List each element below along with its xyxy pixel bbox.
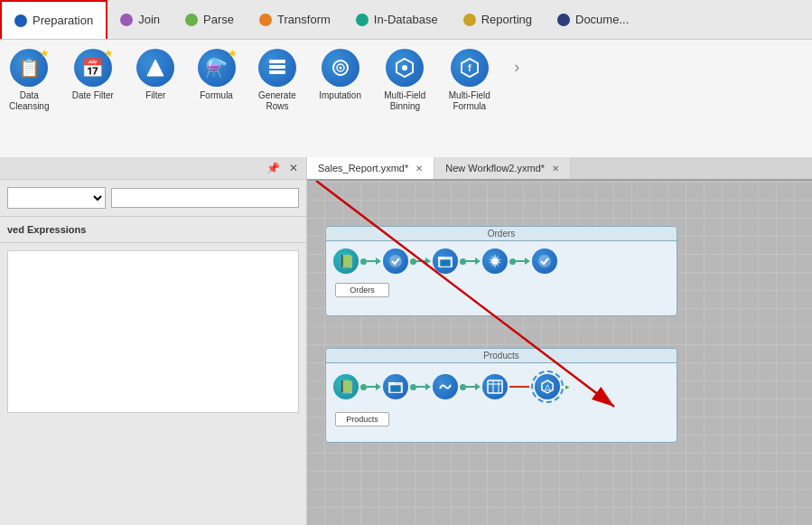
left-panel-controls bbox=[0, 180, 306, 217]
svg-rect-14 bbox=[440, 259, 451, 267]
tab-reporting-label: Reporting bbox=[481, 13, 532, 26]
tool-formula[interactable]: ⚗️ ★ Formula bbox=[192, 45, 241, 105]
multi-field-binning-icon bbox=[386, 49, 424, 87]
transform-dot bbox=[259, 14, 272, 26]
products-formula-node-wrapper: △ bbox=[531, 370, 564, 403]
left-panel: 📌 ✕ ved Expressions bbox=[0, 157, 307, 525]
tool-multi-field-formula[interactable]: f Multi-FieldFormula bbox=[443, 45, 496, 116]
tool-imputation[interactable]: Imputation bbox=[313, 45, 367, 105]
products-formula-node[interactable]: △ bbox=[535, 374, 560, 399]
doc-tab-sales-report[interactable]: Sales_Report.yxmd* ✕ bbox=[307, 157, 434, 179]
date-filter-icon: 📅 ★ bbox=[74, 49, 112, 87]
products-output-indicator: ▸ bbox=[565, 382, 570, 391]
connector-1 bbox=[360, 258, 381, 265]
svg-text:f: f bbox=[468, 63, 471, 73]
connector-2 bbox=[410, 258, 431, 265]
pin-button[interactable]: 📌 bbox=[264, 161, 283, 175]
svg-rect-3 bbox=[269, 70, 285, 74]
products-workflow-body: 📗 bbox=[326, 363, 677, 410]
tab-documentation[interactable]: Docume... bbox=[545, 0, 641, 39]
svg-point-6 bbox=[339, 67, 341, 70]
star-icon: ★ bbox=[40, 47, 50, 60]
doc-tabs-bar: Sales_Report.yxmd* ✕ New Workflow2.yxmd*… bbox=[307, 157, 812, 181]
parse-dot bbox=[185, 14, 198, 26]
tab-parse-label: Parse bbox=[203, 13, 234, 26]
tool-data-cleansing[interactable]: 📋 ★ DataCleansing bbox=[4, 45, 54, 116]
orders-check-node-1[interactable] bbox=[383, 248, 408, 274]
imputation-icon bbox=[322, 49, 359, 87]
saved-expressions-content bbox=[0, 243, 306, 525]
close-new-workflow2-button[interactable]: ✕ bbox=[552, 164, 559, 173]
svg-rect-13 bbox=[438, 257, 444, 259]
toolbar-icons-bar: 📋 ★ DataCleansing › 📅 ★ Date Filter › Fi… bbox=[0, 40, 812, 157]
svg-rect-20 bbox=[488, 380, 502, 393]
preparation-dot bbox=[14, 14, 27, 27]
filter-icon bbox=[136, 49, 174, 87]
svg-text:△: △ bbox=[544, 383, 551, 391]
date-filter-label: Date Filter bbox=[72, 90, 114, 101]
svg-rect-2 bbox=[269, 65, 285, 69]
products-table-node[interactable] bbox=[482, 374, 508, 399]
tool-date-filter[interactable]: 📅 ★ Date Filter bbox=[67, 45, 119, 105]
orders-check-node-2[interactable] bbox=[532, 248, 557, 274]
products-wave-node[interactable] bbox=[433, 374, 458, 399]
canvas-area: Orders 📗 bbox=[307, 181, 812, 525]
star-icon-3: ★ bbox=[228, 47, 238, 60]
join-dot bbox=[120, 14, 133, 26]
products-workflow-title: Products bbox=[326, 349, 677, 363]
panel-header: 📌 ✕ bbox=[0, 157, 306, 180]
svg-point-11 bbox=[389, 255, 402, 267]
tool-filter[interactable]: Filter bbox=[131, 45, 180, 105]
formula-label: Formula bbox=[200, 90, 233, 101]
sales-report-label: Sales_Report.yxmd* bbox=[318, 163, 408, 173]
data-cleansing-label: DataCleansing bbox=[9, 90, 49, 112]
doc-tab-new-workflow2[interactable]: New Workflow2.yxmd* ✕ bbox=[434, 157, 571, 179]
tab-transform[interactable]: Transform bbox=[247, 0, 343, 39]
orders-workflow-body: 📗 bbox=[326, 241, 677, 281]
imputation-label: Imputation bbox=[319, 90, 361, 101]
close-panel-button[interactable]: ✕ bbox=[286, 161, 301, 175]
products-red-connector bbox=[509, 386, 529, 388]
right-panel: Sales_Report.yxmd* ✕ New Workflow2.yxmd*… bbox=[307, 157, 812, 525]
orders-workflow-title: Orders bbox=[326, 227, 677, 241]
filter-label: Filter bbox=[145, 90, 165, 101]
multi-field-binning-label: Multi-FieldBinning bbox=[384, 90, 425, 112]
tool-more[interactable]: › bbox=[508, 45, 526, 80]
generate-rows-icon bbox=[258, 49, 296, 87]
orders-folder-node[interactable] bbox=[433, 248, 458, 274]
tab-transform-label: Transform bbox=[277, 13, 331, 26]
saved-expressions-label: ved Expressions bbox=[0, 217, 306, 243]
orders-input-node[interactable]: 📗 bbox=[333, 248, 359, 274]
orders-gear-node[interactable] bbox=[482, 248, 508, 274]
products-input-node[interactable]: 📗 bbox=[333, 374, 359, 399]
in-database-dot bbox=[356, 14, 369, 26]
category-dropdown[interactable] bbox=[7, 187, 106, 209]
products-connector-3 bbox=[460, 383, 481, 390]
products-connector-2 bbox=[410, 383, 431, 390]
connector-3 bbox=[460, 258, 481, 265]
search-input[interactable] bbox=[111, 188, 299, 208]
tab-join[interactable]: Join bbox=[107, 0, 173, 39]
products-folder-node[interactable] bbox=[383, 374, 408, 399]
products-workflow-container: Products 📗 bbox=[325, 348, 677, 443]
more-icon: › bbox=[514, 49, 519, 77]
products-connector-1 bbox=[360, 383, 381, 390]
close-sales-report-button[interactable]: ✕ bbox=[415, 164, 423, 173]
tab-join-label: Join bbox=[138, 13, 160, 26]
saved-expressions-box bbox=[7, 250, 299, 413]
multi-field-formula-icon: f bbox=[451, 49, 489, 87]
tool-generate-rows[interactable]: GenerateRows bbox=[253, 45, 302, 116]
main-area: 📌 ✕ ved Expressions Sales_Report.yxmd bbox=[0, 157, 812, 525]
tab-parse[interactable]: Parse bbox=[173, 0, 247, 39]
toolbar-tabs: Preparation Join Parse Transform In-Data… bbox=[0, 0, 812, 40]
multi-field-formula-label: Multi-FieldFormula bbox=[449, 90, 490, 112]
reporting-dot bbox=[463, 14, 476, 26]
tab-preparation[interactable]: Preparation bbox=[0, 0, 107, 39]
tab-in-database[interactable]: In-Database bbox=[343, 0, 451, 39]
tab-reporting[interactable]: Reporting bbox=[451, 0, 545, 39]
svg-rect-18 bbox=[388, 382, 395, 385]
svg-point-8 bbox=[402, 65, 407, 70]
formula-icon: ⚗️ ★ bbox=[198, 49, 236, 87]
tab-documentation-label: Docume... bbox=[575, 13, 629, 26]
tool-multi-field-binning[interactable]: Multi-FieldBinning bbox=[378, 45, 431, 116]
